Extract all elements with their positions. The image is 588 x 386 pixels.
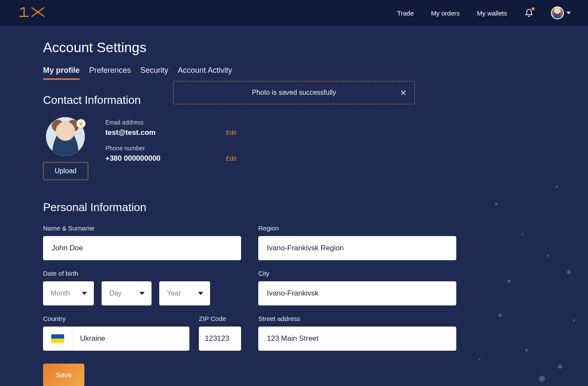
country-select[interactable]: Ukraine — [72, 327, 189, 351]
topbar: Trade My orders My wallets — [0, 0, 588, 26]
country-label: Country — [43, 315, 189, 322]
email-value: test@test.com — [105, 128, 226, 137]
street-label: Street address — [258, 315, 456, 322]
edit-email-link[interactable]: Edit — [226, 129, 236, 136]
name-label: Name & Surname — [43, 224, 241, 232]
profile-avatar — [46, 117, 85, 156]
dob-label: Date of birth — [43, 270, 241, 277]
save-button[interactable]: Save — [43, 364, 84, 386]
tab-preferences[interactable]: Preferences — [89, 66, 131, 80]
zip-input[interactable] — [199, 327, 241, 351]
country-flag-icon — [43, 327, 72, 351]
notification-dot — [532, 7, 535, 10]
zip-label: ZIP Code — [199, 315, 241, 322]
dob-month-select[interactable]: Month — [43, 281, 94, 305]
city-input[interactable] — [258, 281, 456, 305]
dob-year-select[interactable]: Year — [159, 281, 210, 305]
edit-phone-link[interactable]: Edit — [226, 155, 236, 162]
email-label: Email address — [105, 119, 226, 126]
phone-label: Phone number — [105, 145, 226, 152]
toast-close-button[interactable] — [400, 89, 407, 96]
close-icon — [79, 121, 83, 126]
remove-photo-button[interactable] — [76, 119, 86, 128]
primary-nav: Trade My orders My wallets — [397, 6, 571, 19]
nav-orders[interactable]: My orders — [431, 9, 460, 17]
city-label: City — [258, 270, 456, 277]
user-menu[interactable] — [551, 6, 571, 19]
tab-security[interactable]: Security — [140, 66, 168, 80]
region-label: Region — [258, 224, 456, 232]
region-input[interactable] — [258, 236, 456, 260]
logo[interactable] — [17, 6, 46, 19]
nav-trade[interactable]: Trade — [397, 9, 414, 17]
page-title: Account Settings — [43, 40, 545, 56]
phone-value: +380 000000000 — [105, 154, 226, 163]
settings-tabs: My profile Preferences Security Account … — [43, 66, 545, 80]
tab-account-activity[interactable]: Account Activity — [178, 66, 232, 80]
street-input[interactable] — [258, 327, 456, 351]
toast-success: Photo is saved successfully — [173, 81, 415, 104]
tab-my-profile[interactable]: My profile — [43, 66, 80, 80]
name-input[interactable] — [43, 236, 241, 260]
chevron-down-icon — [566, 12, 571, 14]
toast-message: Photo is saved successfully — [252, 89, 336, 96]
notifications-icon[interactable] — [524, 8, 534, 18]
dob-day-select[interactable]: Day — [102, 281, 152, 305]
avatar-icon — [551, 6, 564, 19]
personal-heading: Personal Information — [43, 201, 545, 214]
upload-button[interactable]: Upload — [43, 162, 88, 180]
nav-wallets[interactable]: My wallets — [477, 9, 507, 17]
